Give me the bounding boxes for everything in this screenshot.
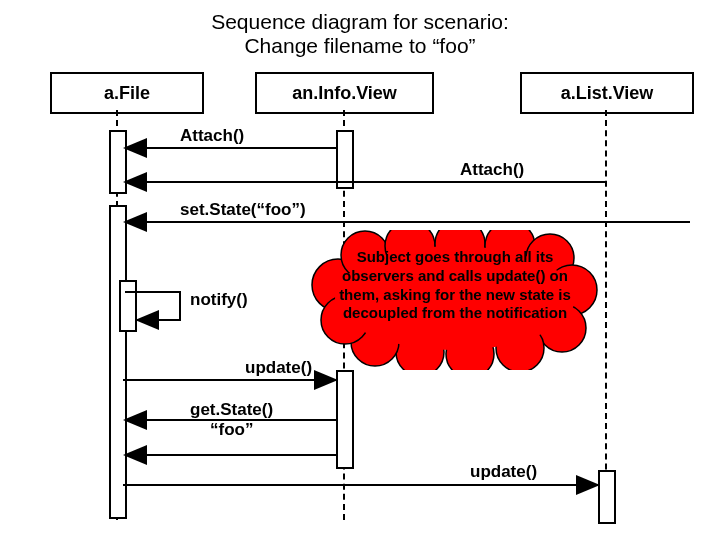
label-update-info: update() [245,358,312,378]
sequence-diagram: Sequence diagram for scenario: Change fi… [0,0,720,540]
participant-info: an.Info.View [255,72,434,114]
label-update-list: update() [470,462,537,482]
label-getstate: get.State() [190,400,273,420]
participant-file: a.File [50,72,204,114]
lifeline-list [605,110,607,520]
participant-list: a.List.View [520,72,694,114]
label-attach-info: Attach() [180,126,244,146]
activation-file-attach [109,130,127,194]
activation-file-main [109,205,127,519]
diagram-title-line1: Sequence diagram for scenario: [0,10,720,34]
label-getstate-return: “foo” [210,420,253,440]
label-notify: notify() [190,290,248,310]
activation-info-attach [336,130,354,189]
activation-info-update [336,370,354,469]
note-cloud: Subject goes through all its observers a… [310,230,600,370]
label-setstate: set.State(“foo”) [180,200,306,220]
label-attach-list: Attach() [460,160,524,180]
diagram-title-line2: Change filename to “foo” [0,34,720,58]
activation-file-notify [119,280,137,332]
note-text: Subject goes through all its observers a… [330,248,580,323]
activation-list-update [598,470,616,524]
